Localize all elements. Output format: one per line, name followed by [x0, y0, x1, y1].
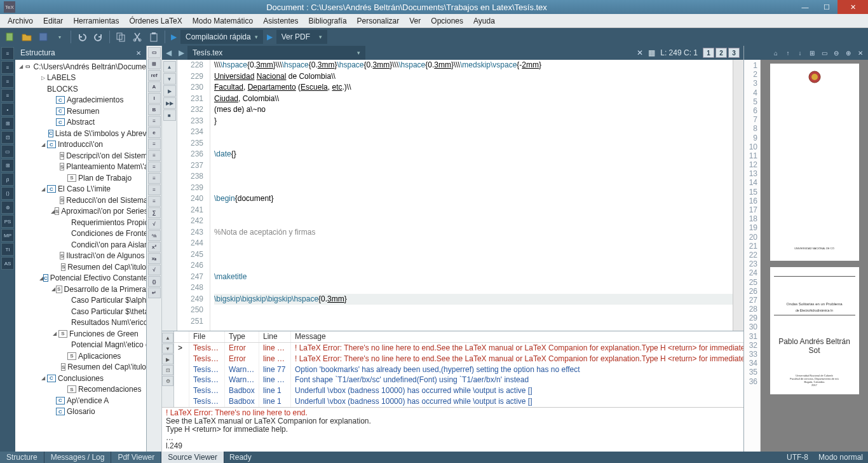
as-icon[interactable]: AS: [1, 257, 14, 270]
menu-ordenes-latex[interactable]: Órdenes LaTeX: [125, 15, 186, 27]
tb-frac-icon[interactable]: ⁿ⁄ₙ: [148, 230, 161, 241]
msg-play-icon[interactable]: ▶: [162, 354, 173, 364]
cut-button[interactable]: [130, 30, 145, 44]
tab-messages[interactable]: Messages / Log: [44, 452, 112, 463]
message-row[interactable]: Tesís.texWarningline 249Font shape `T1/a…: [174, 375, 743, 385]
chapter-icon[interactable]: ≡: [1, 61, 14, 74]
tree-node[interactable]: SAplicaciones: [15, 350, 146, 362]
new-file-button[interactable]: [3, 30, 18, 44]
bookmark-2[interactable]: 2: [715, 48, 727, 58]
tab-structure[interactable]: Structure: [0, 452, 44, 463]
tree-node[interactable]: Condiciones de Frontera: [15, 228, 146, 240]
tree-node[interactable]: SDescripci\'on del Sistema: [15, 150, 146, 162]
bookmark-3[interactable]: 3: [728, 48, 740, 58]
part-icon[interactable]: ≡: [1, 47, 14, 60]
col-file[interactable]: File: [189, 331, 225, 342]
tree-node[interactable]: ◢CConclusiones: [15, 373, 146, 384]
menu-ver[interactable]: Ver: [405, 15, 424, 27]
ps-icon[interactable]: PS: [1, 215, 14, 228]
bookmark-1[interactable]: 1: [703, 48, 714, 58]
tree-node[interactable]: ▷LABELS: [15, 73, 146, 84]
tb-item2-icon[interactable]: ≡: [148, 150, 161, 161]
menu-archivo[interactable]: Archivo: [4, 15, 37, 27]
save-button[interactable]: [36, 30, 51, 44]
tab-grid-icon[interactable]: ▦: [648, 48, 655, 57]
paste-button[interactable]: [146, 30, 161, 44]
compile-play-icon[interactable]: ▶: [171, 32, 177, 41]
fig-icon[interactable]: ▭: [1, 145, 14, 158]
preview-down-icon[interactable]: ↓: [795, 48, 805, 58]
close-button[interactable]: ✕: [837, 0, 868, 14]
menu-asistentes[interactable]: Asistentes: [259, 15, 302, 27]
encoding-label[interactable]: UTF-8: [782, 453, 813, 462]
symbol-icon[interactable]: ⊛: [1, 201, 14, 214]
msg-down-icon[interactable]: ▼: [162, 343, 173, 354]
minimize-button[interactable]: —: [794, 0, 816, 14]
tree-node[interactable]: Condici\'on para Aislamie: [15, 239, 146, 251]
tree-node[interactable]: SIlustraci\'on de Algunos C: [15, 251, 146, 262]
tree-node[interactable]: Requerimientos Propios d: [15, 217, 146, 228]
message-row[interactable]: Tesís.texErrorline 249! LaTeX Error: The…: [174, 354, 743, 364]
preview-close-icon[interactable]: ✕: [855, 48, 865, 58]
col-type[interactable]: Type: [225, 331, 259, 342]
pdf-thumbnail-area[interactable]: UNIVERSIDAD NACIONAL DE CO Ondas Solitar…: [761, 60, 868, 452]
qb-ff-icon[interactable]: ▶▶: [163, 97, 176, 109]
tb-part-icon[interactable]: ▭: [148, 47, 161, 58]
preview-zoomin-icon[interactable]: ⊕: [843, 48, 853, 58]
message-row[interactable]: Tesís.texBadboxline 1Underfull \vbox (ba…: [174, 396, 743, 407]
menu-herramientas[interactable]: Herramientas: [69, 15, 123, 27]
tab-icon[interactable]: ⊞: [1, 159, 14, 172]
structure-tree[interactable]: ◢▭C:\Users\Andrés Beltrán\Docume▷LABELSB…: [15, 60, 146, 452]
msg-square-icon[interactable]: ⊡: [162, 365, 173, 375]
message-row[interactable]: >Tesís.texErrorline 249! LaTeX Error: Th…: [174, 343, 743, 354]
tree-node[interactable]: Caso Particular $\theta=: [15, 306, 146, 317]
message-row[interactable]: Tesís.texWarningline 77Option 'bookmarks…: [174, 364, 743, 375]
redo-button[interactable]: [91, 30, 106, 44]
tb-item4-icon[interactable]: ≡: [148, 173, 161, 184]
tree-node[interactable]: ◢SAproximaci\'on por Series: [15, 206, 146, 218]
tree-node[interactable]: Potencial Magn\'etico con: [15, 340, 146, 351]
qb-stop-icon[interactable]: ■: [163, 109, 176, 121]
tree-node[interactable]: ◢SFunciones de Green: [15, 328, 146, 340]
compile-dropdown[interactable]: Compilación rápida: [180, 30, 263, 44]
col-line[interactable]: Line: [259, 331, 291, 342]
message-row[interactable]: Tesís.texBadboxline 1Underfull \vbox (ba…: [174, 385, 743, 396]
tb-item5-icon[interactable]: ≡: [148, 184, 161, 195]
msg-gear-icon[interactable]: ⚙: [162, 376, 173, 386]
editor-scrollbar[interactable]: [733, 60, 743, 331]
view-dropdown[interactable]: Ver PDF: [276, 30, 327, 44]
tree-node[interactable]: ◢CIntroducci\'on: [15, 139, 146, 151]
tb-brace-icon[interactable]: {}: [148, 276, 161, 287]
tab-pdfviewer[interactable]: Pdf Viewer: [111, 452, 161, 463]
mode-label[interactable]: Modo normal: [813, 453, 868, 462]
code-editor[interactable]: 2282292302312322332342352362372382392402…: [177, 60, 743, 331]
mp-icon[interactable]: MP: [1, 229, 14, 242]
tab-sourceviewer[interactable]: Source Viewer: [161, 452, 224, 463]
tree-node[interactable]: Caso Particular $\alpha=: [15, 295, 146, 307]
view-play-icon[interactable]: ▶: [267, 32, 273, 41]
tree-node[interactable]: CGlosario: [15, 406, 146, 418]
tab-close-icon[interactable]: ✕: [637, 48, 643, 57]
open-file-button[interactable]: [19, 30, 34, 44]
tb-e-icon[interactable]: e: [148, 127, 161, 138]
ti-icon[interactable]: TI: [1, 243, 14, 256]
qb-play-icon[interactable]: ▶: [163, 85, 176, 97]
log-output[interactable]: ! LaTeX Error: There's no line here to e…: [162, 407, 743, 452]
tb-ref-icon[interactable]: ref: [148, 70, 161, 81]
tree-node[interactable]: SReducci\'on del Sistema: [15, 195, 146, 206]
tree-node[interactable]: ◢CEl Caso L\'imite: [15, 184, 146, 195]
item-icon[interactable]: •: [1, 103, 14, 116]
tree-node[interactable]: Resultados Num\'ericos: [15, 317, 146, 329]
preview-up-icon[interactable]: ↑: [783, 48, 793, 58]
preview-home-icon[interactable]: ⌂: [771, 48, 781, 58]
tree-node[interactable]: ◢CPotencial Efectivo Constante: [15, 273, 146, 284]
preview-page-icon[interactable]: ▭: [819, 48, 829, 58]
menu-modo-matematico[interactable]: Modo Matemático: [189, 15, 257, 27]
menu-editar[interactable]: Editar: [39, 15, 67, 27]
tab-next-icon[interactable]: ▶: [175, 48, 187, 57]
tree-node[interactable]: CResumen: [15, 106, 146, 117]
tree-node[interactable]: CAgradecimientos: [15, 95, 146, 106]
tb-b-icon[interactable]: B: [148, 104, 161, 115]
tb-bold-icon[interactable]: ⊞: [148, 59, 161, 69]
msg-up-icon[interactable]: ▲: [162, 333, 173, 343]
